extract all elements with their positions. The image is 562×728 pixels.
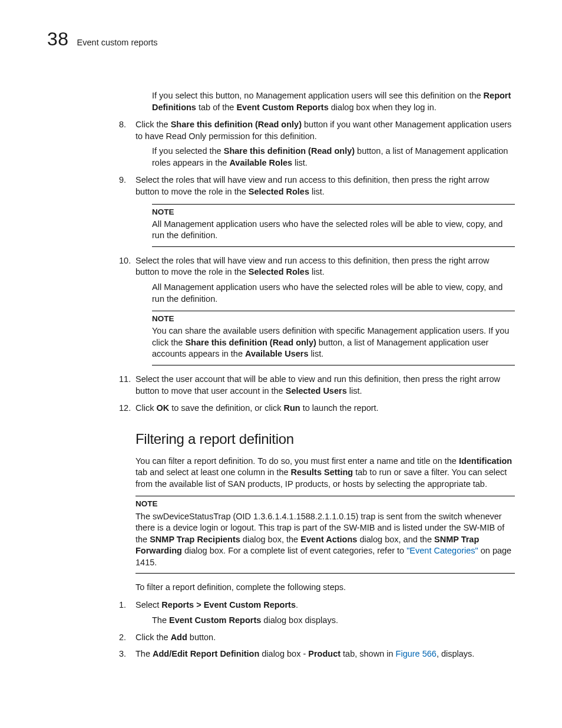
- text: dialog box -: [259, 649, 308, 658]
- text: tab and select at least one column in th…: [135, 467, 291, 477]
- step-8-sub: If you selected the Share this definitio…: [152, 146, 515, 169]
- bold: SNMP Trap Recipients: [150, 535, 240, 544]
- bold: Reports > Event Custom Reports: [161, 600, 296, 610]
- bold: Add: [171, 633, 187, 642]
- text: Click the: [135, 633, 171, 642]
- text: dialog box, the: [240, 535, 300, 544]
- step-text: Select the roles that will have view and…: [135, 255, 515, 278]
- text: .: [296, 600, 298, 610]
- filter-lead: To filter a report definition, complete …: [135, 582, 515, 594]
- bold: Selected Users: [286, 386, 347, 396]
- bold: Identification: [459, 456, 512, 466]
- chapter-title: Event custom reports: [77, 38, 158, 47]
- link-figure-566[interactable]: Figure 566: [396, 649, 437, 658]
- text: to launch the report.: [300, 403, 379, 413]
- filter-section: You can filter a report definition. To d…: [135, 456, 515, 660]
- text: list.: [347, 386, 362, 396]
- text: to save the definition, or click: [169, 403, 283, 413]
- filter-step-1: 1. Select Reports > Event Custom Reports…: [119, 599, 515, 611]
- note-filter: NOTE The swDeviceStatusTrap (OID 1.3.6.1…: [135, 496, 515, 574]
- text: list.: [308, 349, 323, 358]
- text: tab, shown in: [340, 649, 396, 658]
- bold: Run: [283, 403, 300, 413]
- step-text: Click the Add button.: [135, 632, 515, 644]
- body-col: If you select this button, no Management…: [135, 90, 515, 414]
- page: 38 Event custom reports If you select th…: [0, 0, 562, 728]
- text: The: [135, 649, 153, 658]
- text: You can filter a report definition. To d…: [135, 456, 459, 466]
- step-number: 11.: [119, 374, 135, 397]
- text: button.: [187, 633, 216, 642]
- step-11: 11. Select the user account that will be…: [119, 374, 515, 397]
- note-step-9: NOTE All Management application users wh…: [152, 204, 515, 247]
- heading-filtering: Filtering a report definition: [135, 431, 515, 447]
- step-10-sub: All Management application users who hav…: [152, 282, 515, 305]
- bold: Share this definition (Read only): [171, 120, 302, 129]
- bold: Available Roles: [229, 158, 292, 167]
- text: dialog box. For a complete list of event…: [182, 546, 406, 555]
- text: dialog box displays.: [261, 615, 338, 625]
- bold: Add/Edit Report Definition: [153, 649, 259, 658]
- text: list.: [292, 158, 308, 167]
- text: dialog box when they log in.: [329, 103, 437, 112]
- step-9: 9. Select the roles that will have view …: [119, 174, 515, 197]
- note-label: NOTE: [135, 499, 515, 509]
- text: Click: [135, 403, 156, 413]
- text: tab of the: [196, 103, 237, 112]
- bold: Share this definition (Read only): [224, 146, 355, 156]
- bold: Available Users: [245, 349, 308, 358]
- text: If you selected the: [152, 146, 224, 156]
- filter-step-3: 3. The Add/Edit Report Definition dialog…: [119, 648, 515, 660]
- filter-step-2: 2. Click the Add button.: [119, 632, 515, 644]
- step-number: 2.: [119, 632, 135, 644]
- bold: Event Custom Reports: [236, 103, 328, 112]
- note-label: NOTE: [152, 314, 515, 324]
- link-event-categories[interactable]: "Event Categories": [406, 546, 478, 555]
- text: Click the: [135, 120, 171, 129]
- text: The: [152, 615, 169, 625]
- step-10: 10. Select the roles that will have view…: [119, 255, 515, 278]
- step-number: 8.: [119, 119, 135, 142]
- step-text: Select the roles that will have view and…: [135, 174, 515, 197]
- note-body: You can share the available users defini…: [152, 325, 515, 360]
- text: list.: [309, 187, 325, 196]
- intro-paragraph: If you select this button, no Management…: [152, 90, 515, 113]
- text: , displays.: [437, 649, 474, 658]
- step-text: Click OK to save the definition, or clic…: [135, 403, 515, 414]
- note-label: NOTE: [152, 207, 515, 218]
- step-12: 12. Click OK to save the definition, or …: [119, 403, 515, 414]
- step-number: 10.: [119, 255, 135, 278]
- bold: Selected Roles: [249, 267, 309, 276]
- step-number: 1.: [119, 599, 135, 611]
- text: dialog box, and the: [357, 535, 434, 544]
- step-text: Select the user account that will be abl…: [135, 374, 515, 397]
- bold: Share this definition (Read only): [185, 338, 316, 347]
- bold: OK: [156, 403, 169, 413]
- text: If you select this button, no Management…: [152, 91, 484, 100]
- step-text: Click the Share this definition (Read on…: [135, 119, 515, 142]
- text: list.: [309, 267, 325, 276]
- step-text: Select Reports > Event Custom Reports.: [135, 599, 515, 611]
- bold: Product: [308, 649, 340, 658]
- note-body: The swDeviceStatusTrap (OID 1.3.6.1.4.1.…: [135, 511, 515, 569]
- step-8: 8. Click the Share this definition (Read…: [119, 119, 515, 142]
- step-text: The Add/Edit Report Definition dialog bo…: [135, 648, 515, 660]
- text: Select: [135, 600, 161, 610]
- step-number: 3.: [119, 648, 135, 660]
- note-body: All Management application users who hav…: [152, 219, 515, 242]
- step-number: 9.: [119, 174, 135, 197]
- bold: Selected Roles: [249, 187, 309, 196]
- step-number: 12.: [119, 403, 135, 414]
- filter-step-1-sub: The Event Custom Reports dialog box disp…: [152, 615, 515, 627]
- bold: Results Setting: [291, 467, 353, 477]
- running-head: 38 Event custom reports: [47, 28, 515, 50]
- filter-intro: You can filter a report definition. To d…: [135, 456, 515, 490]
- bold: Event Actions: [300, 535, 357, 544]
- bold: Event Custom Reports: [169, 615, 261, 625]
- note-step-10: NOTE You can share the available users d…: [152, 311, 515, 365]
- chapter-number: 38: [47, 28, 69, 50]
